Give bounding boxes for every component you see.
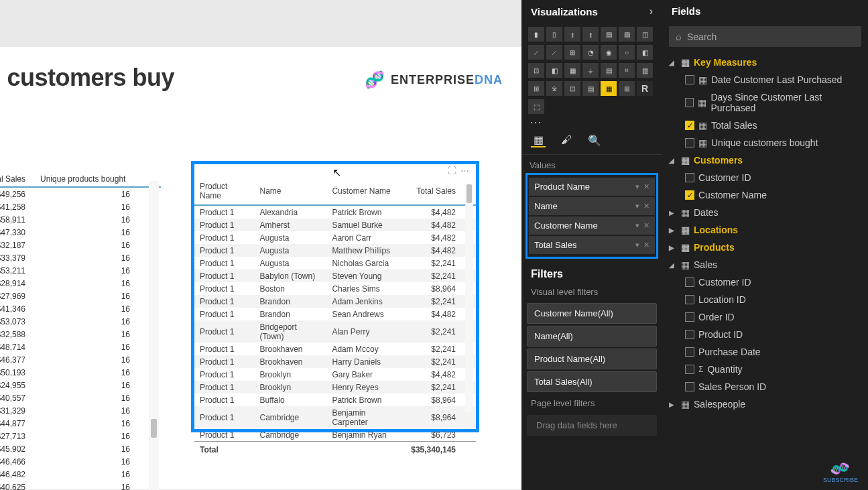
table-row[interactable]: $46,46616 (0, 455, 161, 468)
table-row[interactable]: $27,71316 (0, 430, 161, 442)
field-checkbox[interactable] (685, 312, 694, 322)
table-row[interactable]: $31,32916 (0, 404, 161, 417)
viz-type-icon[interactable]: ⌗ (619, 63, 635, 78)
table-row[interactable]: $53,21116 (0, 264, 161, 277)
table-node[interactable]: ◢▦Key Measures (665, 54, 865, 71)
column-header[interactable]: Customer Name (326, 178, 406, 205)
viz-type-icon[interactable]: ⬚ (528, 99, 544, 114)
viz-type-icon[interactable]: ⊞ (528, 81, 544, 96)
viz-type-icon[interactable]: ▦ (601, 81, 617, 96)
remove-field-icon[interactable]: ✕ (643, 182, 649, 191)
viz-type-icon[interactable]: ⏚ (582, 63, 599, 78)
table-row[interactable]: Product 1Babylon (Town)Steven Young$2,24… (194, 269, 476, 282)
field-well-item[interactable]: Total Sales▾✕ (529, 236, 655, 254)
table-row[interactable]: $33,37916 (0, 251, 161, 264)
field-item[interactable]: ▦Date Customer Last Purchased (665, 71, 865, 88)
chevron-down-icon[interactable]: ▾ (635, 241, 639, 249)
field-checkbox[interactable] (685, 278, 694, 287)
table-row[interactable]: $47,33016 (0, 226, 161, 239)
table-row[interactable]: Product 1BuffaloPatrick Brown$8,964 (194, 393, 476, 406)
table-row[interactable]: $46,48216 (0, 468, 161, 481)
table-row[interactable]: $45,90216 (0, 442, 161, 455)
viz-type-icon[interactable]: ◧ (637, 45, 653, 60)
table-row[interactable]: $50,19316 (0, 366, 161, 379)
viz-type-icon[interactable]: ◔ (582, 45, 599, 60)
viz-type-icon[interactable]: ⟋ (528, 45, 544, 60)
viz-type-icon[interactable]: ○ (619, 45, 635, 60)
viz-type-icon[interactable]: ▤ (601, 63, 617, 78)
filter-pill[interactable]: Name(All) (527, 326, 657, 347)
table-row[interactable]: Product 1BrookhavenAdam Mccoy$2,241 (194, 343, 476, 355)
table-row[interactable]: Product 1AugustaAaron Carr$4,482 (194, 231, 476, 244)
table-row[interactable]: Product 1BostonCharles Sims$8,964 (194, 282, 476, 295)
field-checkbox[interactable] (685, 173, 694, 182)
viz-type-icon[interactable]: ▤ (601, 27, 617, 42)
field-checkbox[interactable]: ✓ (685, 190, 694, 200)
field-checkbox[interactable] (685, 138, 694, 147)
filter-pill[interactable]: Total Sales(All) (527, 371, 657, 392)
viz-type-icon[interactable]: ⊡ (564, 81, 580, 96)
scrollbar-thumb[interactable] (467, 184, 472, 203)
field-checkbox[interactable] (685, 365, 694, 374)
viz-type-icon[interactable]: ⫿ (564, 27, 580, 42)
field-item[interactable]: Order ID (665, 308, 865, 326)
fields-tab-icon[interactable]: ▦ (531, 133, 546, 147)
fields-search-input[interactable]: ⌕ Search (669, 26, 861, 47)
field-item[interactable]: ΣQuantity (665, 361, 865, 378)
viz-type-icon[interactable]: ▯ (546, 27, 562, 42)
viz-type-icon[interactable]: ▤ (619, 27, 635, 42)
scrollbar-thumb[interactable] (151, 419, 157, 438)
field-item[interactable]: Location ID (665, 291, 865, 308)
column-header[interactable]: Name (254, 178, 326, 205)
viz-type-icon[interactable]: ⫿ (582, 27, 599, 42)
table-row[interactable]: $32,58816 (0, 328, 161, 341)
canvas-page[interactable]: id customers buy 🧬 ENTERPRISE DNA tal Sa… (0, 47, 523, 489)
field-checkbox[interactable] (685, 382, 694, 391)
more-visuals-icon[interactable]: ⋯ (521, 118, 662, 129)
field-item[interactable]: Product ID (665, 326, 865, 343)
analytics-tab-icon[interactable]: 🔍 (587, 133, 602, 147)
left-col-header-sales[interactable]: tal Sales (0, 174, 40, 184)
field-item[interactable]: Sales Person ID (665, 378, 865, 395)
left-col-header-unique[interactable]: Unique products bought (40, 174, 161, 184)
table-row[interactable]: $48,71416 (0, 341, 161, 353)
viz-type-icon[interactable]: ▮ (528, 27, 544, 42)
table-row[interactable]: $53,07316 (0, 315, 161, 328)
table-row[interactable]: Product 1BrookhavenHarry Daniels$2,241 (194, 355, 476, 368)
left-table-scrollbar[interactable] (149, 181, 159, 490)
table-row[interactable]: $46,37716 (0, 353, 161, 366)
field-checkbox[interactable] (685, 295, 694, 304)
remove-field-icon[interactable]: ✕ (643, 202, 649, 210)
field-checkbox[interactable] (685, 330, 694, 339)
table-row[interactable]: Product 1AugustaMatthew Phillips$4,482 (194, 244, 476, 257)
main-table-visual[interactable]: ⛶ ⋯ ↖ Product NameNameCustomer NameTotal… (191, 161, 479, 432)
viz-type-icon[interactable]: ⊞ (619, 81, 635, 96)
table-row[interactable]: Product 1BrandonAdam Jenkins$2,241 (194, 295, 476, 308)
table-node[interactable]: ▶▦Products (665, 239, 865, 256)
viz-type-icon[interactable]: ⟋ (546, 45, 562, 60)
viz-type-icon[interactable]: R (637, 81, 653, 96)
field-item[interactable]: ▦Days Since Customer Last Purchased (665, 88, 865, 117)
more-options-icon[interactable]: ⋯ (460, 166, 469, 176)
field-well-item[interactable]: Name▾✕ (529, 197, 655, 215)
table-node[interactable]: ▶▦Locations (665, 221, 865, 239)
field-well-item[interactable]: Customer Name▾✕ (529, 217, 655, 235)
viz-type-icon[interactable]: ◧ (546, 63, 562, 78)
table-row[interactable]: Product 1CambridgeBenjamin Carpenter$8,9… (194, 406, 476, 428)
left-table-visual[interactable]: tal Sales Unique products bought $49,256… (0, 174, 161, 490)
table-row[interactable]: $27,96916 (0, 290, 161, 302)
remove-field-icon[interactable]: ✕ (643, 221, 649, 230)
table-row[interactable]: $41,34616 (0, 302, 161, 315)
viz-type-icon[interactable]: ▥ (637, 63, 653, 78)
chevron-down-icon[interactable]: ▾ (635, 221, 639, 230)
table-row[interactable]: $41,25816 (0, 200, 161, 213)
field-checkbox[interactable]: ✓ (685, 121, 694, 130)
field-checkbox[interactable] (685, 347, 694, 357)
table-row[interactable]: $40,62516 (0, 481, 161, 490)
table-row[interactable]: $58,91116 (0, 213, 161, 226)
collapse-panel-icon[interactable]: › (649, 5, 653, 17)
field-item[interactable]: ✓▦Total Sales (665, 117, 865, 134)
main-table-scrollbar[interactable] (465, 184, 473, 412)
field-item[interactable]: Purchase Date (665, 343, 865, 361)
table-row[interactable]: Product 1AlexandriaPatrick Brown$4,482 (194, 205, 476, 219)
